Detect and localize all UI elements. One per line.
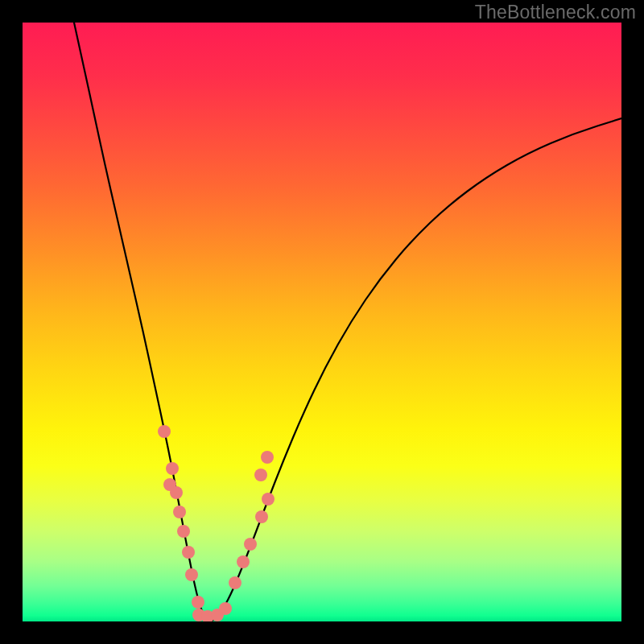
data-dot xyxy=(254,469,267,481)
data-dot xyxy=(182,546,195,559)
chart-svg xyxy=(23,23,621,621)
chart-frame: TheBottleneck.com xyxy=(0,0,644,644)
data-dot xyxy=(219,602,232,615)
data-dot xyxy=(229,576,242,589)
data-dot xyxy=(158,425,171,438)
data-dot xyxy=(255,510,268,523)
data-dot xyxy=(192,596,204,609)
right-curve xyxy=(211,118,621,621)
data-dot xyxy=(244,538,257,551)
left-curve xyxy=(74,23,211,621)
data-dot xyxy=(177,525,190,538)
data-dot xyxy=(170,486,183,499)
plot-area xyxy=(23,23,621,621)
data-dot xyxy=(261,451,274,464)
data-dot xyxy=(166,462,179,475)
data-dots xyxy=(158,425,275,621)
data-dot xyxy=(185,568,198,581)
data-dot xyxy=(237,555,250,568)
data-dot xyxy=(262,493,275,506)
watermark-text: TheBottleneck.com xyxy=(475,2,636,23)
data-dot xyxy=(173,506,186,518)
